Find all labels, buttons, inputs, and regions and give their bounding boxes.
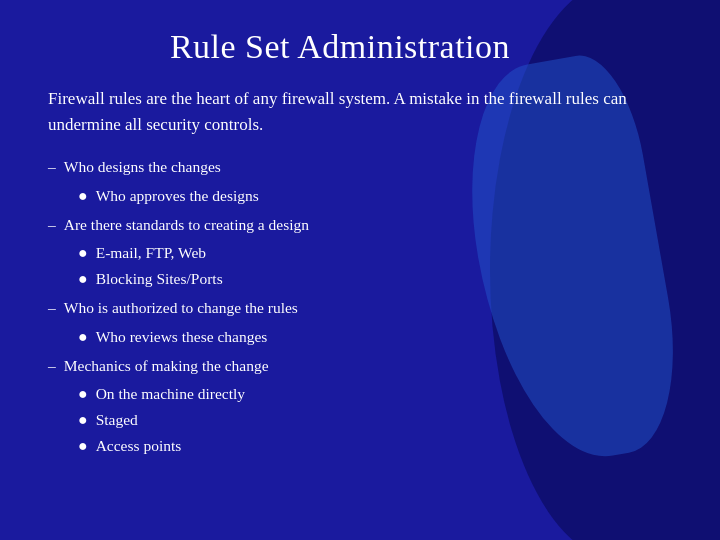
sub-bullet-label: Access points [96, 434, 182, 459]
sub-bullet-label: On the machine directly [96, 382, 245, 407]
main-bullet-label: Who is authorized to change the rules [64, 296, 298, 321]
main-bullet-item: –Are there standards to creating a desig… [48, 213, 632, 238]
bullet-dot-icon: ● [78, 184, 88, 208]
sub-bullet-list: ●On the machine directly●Staged●Access p… [48, 382, 632, 458]
slide-content: Rule Set Administration Firewall rules a… [0, 0, 680, 483]
main-bullet-list: –Who designs the changes●Who approves th… [48, 155, 632, 459]
main-bullet-label: Who designs the changes [64, 155, 221, 180]
sub-bullet-item: ●Staged [78, 408, 632, 433]
slide-title: Rule Set Administration [48, 28, 632, 66]
main-bullet-item: –Who designs the changes [48, 155, 632, 180]
dash-icon: – [48, 296, 56, 321]
sub-bullet-item: ●On the machine directly [78, 382, 632, 407]
bullet-dot-icon: ● [78, 325, 88, 349]
sub-bullet-item: ●Access points [78, 434, 632, 459]
sub-bullet-list: ●Who reviews these changes [48, 325, 632, 350]
sub-bullet-label: Who approves the designs [96, 184, 259, 209]
sub-bullet-label: Staged [96, 408, 138, 433]
sub-bullet-label: E-mail, FTP, Web [96, 241, 206, 266]
bullet-dot-icon: ● [78, 241, 88, 265]
dash-icon: – [48, 213, 56, 238]
main-bullet-label: Are there standards to creating a design [64, 213, 309, 238]
bullet-dot-icon: ● [78, 267, 88, 291]
sub-bullet-label: Blocking Sites/Ports [96, 267, 223, 292]
dash-icon: – [48, 354, 56, 379]
intro-paragraph: Firewall rules are the heart of any fire… [48, 86, 632, 137]
main-bullet-item: –Mechanics of making the change [48, 354, 632, 379]
main-bullet-label: Mechanics of making the change [64, 354, 269, 379]
main-bullet-item: –Who is authorized to change the rules [48, 296, 632, 321]
bullet-dot-icon: ● [78, 382, 88, 406]
bullet-dot-icon: ● [78, 408, 88, 432]
sub-bullet-item: ●Who approves the designs [78, 184, 632, 209]
dash-icon: – [48, 155, 56, 180]
bullet-dot-icon: ● [78, 434, 88, 458]
sub-bullet-list: ●E-mail, FTP, Web●Blocking Sites/Ports [48, 241, 632, 292]
sub-bullet-item: ●Blocking Sites/Ports [78, 267, 632, 292]
sub-bullet-list: ●Who approves the designs [48, 184, 632, 209]
sub-bullet-item: ●Who reviews these changes [78, 325, 632, 350]
sub-bullet-item: ●E-mail, FTP, Web [78, 241, 632, 266]
sub-bullet-label: Who reviews these changes [96, 325, 268, 350]
